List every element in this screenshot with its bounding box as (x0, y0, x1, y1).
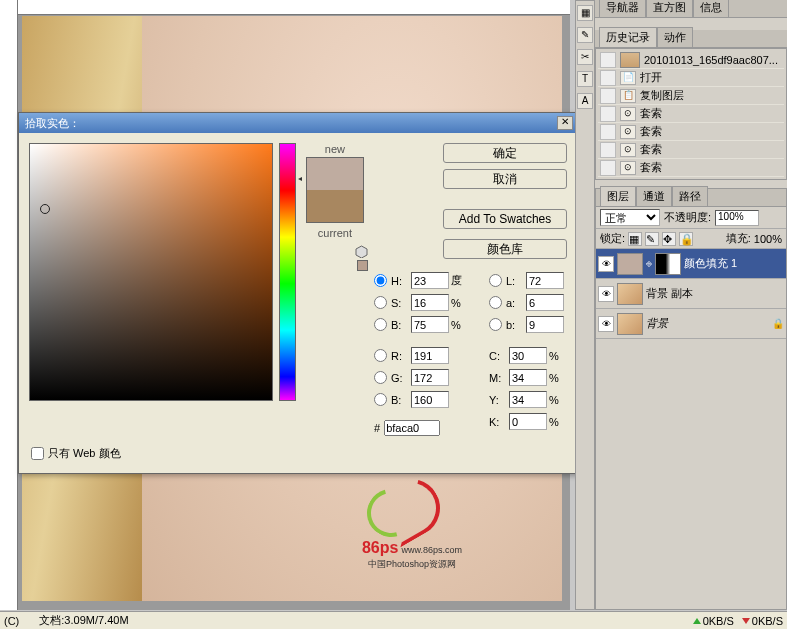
hue-slider[interactable]: ◂ (279, 143, 296, 401)
snapshot-thumb-icon (620, 52, 640, 68)
history-toggle[interactable] (600, 124, 616, 140)
blend-mode-select[interactable]: 正常 (600, 209, 660, 226)
k-input[interactable] (509, 413, 547, 430)
opacity-input[interactable]: 100% (715, 210, 759, 226)
layer-thumb-icon (617, 283, 643, 305)
hex-input[interactable] (384, 420, 440, 436)
current-label: current (302, 227, 368, 239)
history-item[interactable]: ⊙套索 (598, 105, 784, 123)
lasso-icon: ⊙ (620, 161, 636, 175)
s-input[interactable] (411, 294, 449, 311)
l-input[interactable] (526, 272, 564, 289)
tab-channels[interactable]: 通道 (636, 186, 672, 206)
tab-navigator[interactable]: 导航器 (599, 0, 646, 17)
web-safe-swatch[interactable] (357, 260, 368, 271)
saturation-radio[interactable] (374, 296, 387, 309)
tool-icon[interactable]: T (577, 71, 593, 87)
ruler-horizontal[interactable] (18, 0, 570, 15)
tab-histogram[interactable]: 直方图 (646, 0, 693, 17)
lock-all-icon[interactable]: 🔒 (679, 232, 693, 246)
layer-row[interactable]: 👁 ⎆ 颜色填充 1 (596, 249, 786, 279)
history-toggle[interactable] (600, 88, 616, 104)
m-input[interactable] (509, 369, 547, 386)
lock-label: 锁定: (600, 231, 625, 246)
layer-thumb-icon (617, 313, 643, 335)
status-bar: (C) 文档:3.09M/7.40M 0KB/S 0KB/S (0, 611, 787, 629)
history-item[interactable]: 📄打开 (598, 69, 784, 87)
tool-icon[interactable]: ✎ (577, 27, 593, 43)
dialog-titlebar[interactable]: 拾取实色： ✕ (19, 113, 579, 133)
c-input[interactable] (509, 347, 547, 364)
tab-layers[interactable]: 图层 (600, 186, 636, 206)
add-to-swatches-button[interactable]: Add To Swatches (443, 209, 567, 229)
lasso-icon: ⊙ (620, 125, 636, 139)
visibility-icon[interactable]: 👁 (598, 316, 614, 332)
visibility-icon[interactable]: 👁 (598, 286, 614, 302)
download-value: 0KB/S (752, 615, 783, 627)
history-item[interactable]: 📋复制图层 (598, 87, 784, 105)
history-toggle[interactable] (600, 142, 616, 158)
lock-position-icon[interactable]: ✥ (662, 232, 676, 246)
color-libraries-button[interactable]: 颜色库 (443, 239, 567, 259)
lock-transparency-icon[interactable]: ▦ (628, 232, 642, 246)
red-radio[interactable] (374, 349, 387, 362)
k-label: K: (489, 416, 507, 428)
blue-radio[interactable] (374, 393, 387, 406)
tool-icon[interactable]: A (577, 93, 593, 109)
bb-input[interactable] (411, 391, 449, 408)
watermark-tagline: 中国Photoshop资源网 (368, 559, 456, 569)
history-toggle[interactable] (600, 160, 616, 176)
h-input[interactable] (411, 272, 449, 289)
history-item[interactable]: ⊙套索 (598, 123, 784, 141)
tab-actions[interactable]: 动作 (657, 27, 693, 47)
g-input[interactable] (411, 369, 449, 386)
y-input[interactable] (509, 391, 547, 408)
lightness-radio[interactable] (489, 274, 502, 287)
history-snapshot[interactable]: 20101013_165df9aac807... (598, 51, 784, 69)
hue-radio[interactable] (374, 274, 387, 287)
b-unit: % (451, 319, 471, 331)
tab-info[interactable]: 信息 (693, 0, 729, 17)
a-radio[interactable] (489, 296, 502, 309)
cancel-button[interactable]: 取消 (443, 169, 567, 189)
lb-input[interactable] (526, 316, 564, 333)
lab-b-radio[interactable] (489, 318, 502, 331)
ruler-vertical[interactable] (0, 0, 18, 610)
hex-label: # (374, 422, 380, 434)
b-input[interactable] (411, 316, 449, 333)
tool-icon[interactable]: ✂ (577, 49, 593, 65)
r-input[interactable] (411, 347, 449, 364)
ok-button[interactable]: 确定 (443, 143, 567, 163)
gamut-warning-icon[interactable] (355, 245, 368, 258)
hue-indicator-icon: ◂ (298, 174, 302, 183)
visibility-icon[interactable]: 👁 (598, 256, 614, 272)
a-input[interactable] (526, 294, 564, 311)
history-toggle[interactable] (600, 70, 616, 86)
web-only-checkbox[interactable] (31, 447, 44, 460)
open-icon: 📄 (620, 71, 636, 85)
close-icon[interactable]: ✕ (557, 116, 573, 130)
layer-row[interactable]: 👁 背景 副本 (596, 279, 786, 309)
layer-row[interactable]: 👁 背景 🔒 (596, 309, 786, 339)
layer-name: 背景 副本 (646, 286, 693, 301)
c-label: C: (489, 350, 507, 362)
color-field[interactable] (29, 143, 273, 401)
green-radio[interactable] (374, 371, 387, 384)
watermark-logo-icon (362, 479, 442, 539)
current-color-swatch[interactable] (307, 190, 363, 222)
history-toggle[interactable] (600, 106, 616, 122)
opacity-label: 不透明度: (664, 210, 711, 225)
history-item[interactable]: ⊙套索 (598, 159, 784, 177)
fill-input[interactable]: 100% (754, 233, 782, 245)
lock-pixels-icon[interactable]: ✎ (645, 232, 659, 246)
new-color-swatch[interactable] (307, 158, 363, 190)
link-icon[interactable]: ⎆ (646, 258, 652, 269)
brightness-radio[interactable] (374, 318, 387, 331)
bb-label: B: (391, 394, 409, 406)
snapshot-toggle[interactable] (600, 52, 616, 68)
tab-history[interactable]: 历史记录 (599, 27, 657, 47)
tool-icon[interactable]: ▦ (577, 5, 593, 21)
history-item[interactable]: ⊙套索 (598, 141, 784, 159)
tab-paths[interactable]: 路径 (672, 186, 708, 206)
locked-icon: 🔒 (772, 318, 784, 329)
